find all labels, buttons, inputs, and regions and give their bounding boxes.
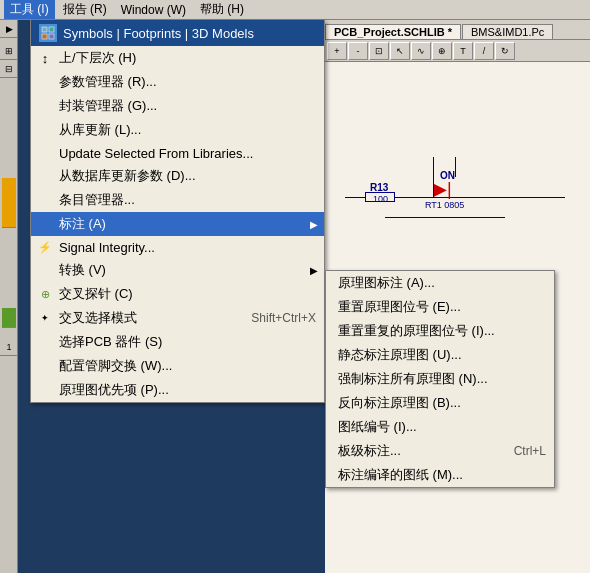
menu-item-select-mode[interactable]: ✦ 交叉选择模式 Shift+Ctrl+X: [31, 306, 324, 330]
menu-item-annotate[interactable]: 标注 (A) ▶: [31, 212, 324, 236]
signal-icon: ⚡: [35, 241, 55, 254]
page-num-label: 图纸编号 (I)...: [338, 418, 417, 436]
submenu-item-translated[interactable]: 标注编译的图纸 (M)...: [326, 463, 554, 487]
probe-label: 交叉探针 (C): [59, 285, 133, 303]
menu-tools[interactable]: 工具 (I): [4, 0, 55, 19]
tb-fit[interactable]: ⊡: [369, 42, 389, 60]
submenu-item-force-all[interactable]: 强制标注所有原理图 (N)...: [326, 367, 554, 391]
toolbar-btn-6[interactable]: 1: [0, 338, 18, 356]
select-mode-label: 交叉选择模式: [59, 309, 137, 327]
tab-bar: PCB_Project.SCHLIB * BMS&IMD1.Pc: [325, 20, 590, 40]
tb-wire[interactable]: ∿: [411, 42, 431, 60]
submenu-item-board-annotate[interactable]: 板级标注... Ctrl+L: [326, 439, 554, 463]
schematic-toolbar: + - ⊡ ↖ ∿ ⊕ T / ↻: [325, 40, 590, 62]
select-pcb-label: 选择PCB 器件 (S): [59, 333, 162, 351]
left-toolbar: ▶ ⊞ ⊟ 1: [0, 20, 18, 573]
static-annotate-label: 静态标注原理图 (U)...: [338, 346, 462, 364]
menu-item-update-db[interactable]: 从数据库更新参数 (D)...: [31, 164, 324, 188]
submenu-item-reset-designator[interactable]: 重置原理图位号 (E)...: [326, 295, 554, 319]
tab-schlib[interactable]: PCB_Project.SCHLIB *: [325, 24, 461, 39]
package-label: 封装管理器 (G)...: [59, 97, 157, 115]
pin-swap-label: 配置管脚交换 (W)...: [59, 357, 172, 375]
tb-zoom-out[interactable]: -: [348, 42, 368, 60]
signal-label: Signal Integrity...: [59, 240, 155, 255]
annotate-sch-label: 原理图标注 (A)...: [338, 274, 435, 292]
sch-line-v2: [455, 157, 456, 177]
menu-item-signal[interactable]: ⚡ Signal Integrity...: [31, 236, 324, 258]
tb-rotate[interactable]: ↻: [495, 42, 515, 60]
submenu-item-annotate-sch[interactable]: 原理图标注 (A)...: [326, 271, 554, 295]
label-rt1: RT1 0805: [425, 200, 464, 210]
annotate-submenu: 原理图标注 (A)... 重置原理图位号 (E)... 重置重复的原理图位号 (…: [325, 270, 555, 488]
label-100: 100: [373, 194, 388, 204]
submenu-item-back-annotate[interactable]: 反向标注原理图 (B)...: [326, 391, 554, 415]
symbols-icon: [39, 24, 57, 42]
svg-rect-1: [42, 27, 47, 32]
update-db-label: 从数据库更新参数 (D)...: [59, 167, 196, 185]
translated-label: 标注编译的图纸 (M)...: [338, 466, 463, 484]
svg-rect-4: [49, 34, 54, 39]
updown-label: 上/下层次 (H): [59, 49, 136, 67]
menu-item-package[interactable]: 封装管理器 (G)...: [31, 94, 324, 118]
convert-label: 转换 (V): [59, 261, 106, 279]
reset-designator-label: 重置原理图位号 (E)...: [338, 298, 461, 316]
menu-bar: 工具 (I) 报告 (R) Window (W) 帮助 (H): [0, 0, 590, 20]
toolbar-btn-1[interactable]: ▶: [0, 20, 18, 38]
board-annotate-label: 板级标注...: [338, 442, 401, 460]
sch-line-h2: [385, 217, 505, 218]
annotate-submenu-arrow: ▶: [310, 219, 318, 230]
update-sel-label: Update Selected From Libraries...: [59, 146, 253, 161]
param-label: 参数管理器 (R)...: [59, 73, 157, 91]
select-mode-icon: ✦: [35, 313, 55, 323]
diode-symbol: ▶|: [433, 180, 452, 198]
svg-rect-3: [42, 34, 47, 39]
submenu-item-reset-dup[interactable]: 重置重复的原理图位号 (I)...: [326, 319, 554, 343]
menu-help[interactable]: 帮助 (H): [194, 0, 250, 19]
tab-bms[interactable]: BMS&IMD1.Pc: [462, 24, 553, 39]
symbols-label: Symbols | Footprints | 3D Models: [63, 26, 254, 41]
submenu-item-static-annotate[interactable]: 静态标注原理图 (U)...: [326, 343, 554, 367]
menu-item-optimize[interactable]: 原理图优先项 (P)...: [31, 378, 324, 402]
select-mode-shortcut: Shift+Ctrl+X: [231, 311, 316, 325]
submenu-item-page-num[interactable]: 图纸编号 (I)...: [326, 415, 554, 439]
optimize-label: 原理图优先项 (P)...: [59, 381, 169, 399]
tb-component[interactable]: ⊕: [432, 42, 452, 60]
menu-item-convert[interactable]: 转换 (V) ▶: [31, 258, 324, 282]
reset-dup-label: 重置重复的原理图位号 (I)...: [338, 322, 495, 340]
svg-rect-2: [49, 27, 54, 32]
menu-window[interactable]: Window (W): [115, 2, 192, 18]
menu-reports[interactable]: 报告 (R): [57, 0, 113, 19]
item-mgr-label: 条目管理器...: [59, 191, 135, 209]
menu-item-updown[interactable]: ↕ 上/下层次 (H): [31, 46, 324, 70]
annotate-label: 标注 (A): [59, 215, 106, 233]
updown-icon: ↕: [35, 51, 55, 66]
board-annotate-shortcut: Ctrl+L: [494, 444, 546, 458]
update-lib-label: 从库更新 (L)...: [59, 121, 141, 139]
sch-line-v1: [433, 157, 434, 197]
tb-line[interactable]: /: [474, 42, 494, 60]
probe-icon: ⊕: [35, 288, 55, 301]
menu-item-probe[interactable]: ⊕ 交叉探针 (C): [31, 282, 324, 306]
tb-text[interactable]: T: [453, 42, 473, 60]
menu-item-symbols[interactable]: Symbols | Footprints | 3D Models: [31, 20, 324, 46]
toolbar-btn-2[interactable]: ⊞: [0, 42, 18, 60]
back-annotate-label: 反向标注原理图 (B)...: [338, 394, 461, 412]
toolbar-btn-4[interactable]: [2, 178, 16, 228]
menu-item-update-sel[interactable]: Update Selected From Libraries...: [31, 142, 324, 164]
tools-dropdown-menu: Symbols | Footprints | 3D Models ↕ 上/下层次…: [30, 20, 325, 403]
menu-item-update-lib[interactable]: 从库更新 (L)...: [31, 118, 324, 142]
toolbar-btn-3[interactable]: ⊟: [0, 60, 18, 78]
convert-submenu-arrow: ▶: [310, 265, 318, 276]
menu-item-param[interactable]: 参数管理器 (R)...: [31, 70, 324, 94]
toolbar-btn-5[interactable]: [2, 308, 16, 328]
tb-zoom-in[interactable]: +: [327, 42, 347, 60]
menu-item-pin-swap[interactable]: 配置管脚交换 (W)...: [31, 354, 324, 378]
force-all-label: 强制标注所有原理图 (N)...: [338, 370, 488, 388]
tb-select[interactable]: ↖: [390, 42, 410, 60]
menu-item-select-pcb[interactable]: 选择PCB 器件 (S): [31, 330, 324, 354]
menu-item-item-mgr[interactable]: 条目管理器...: [31, 188, 324, 212]
